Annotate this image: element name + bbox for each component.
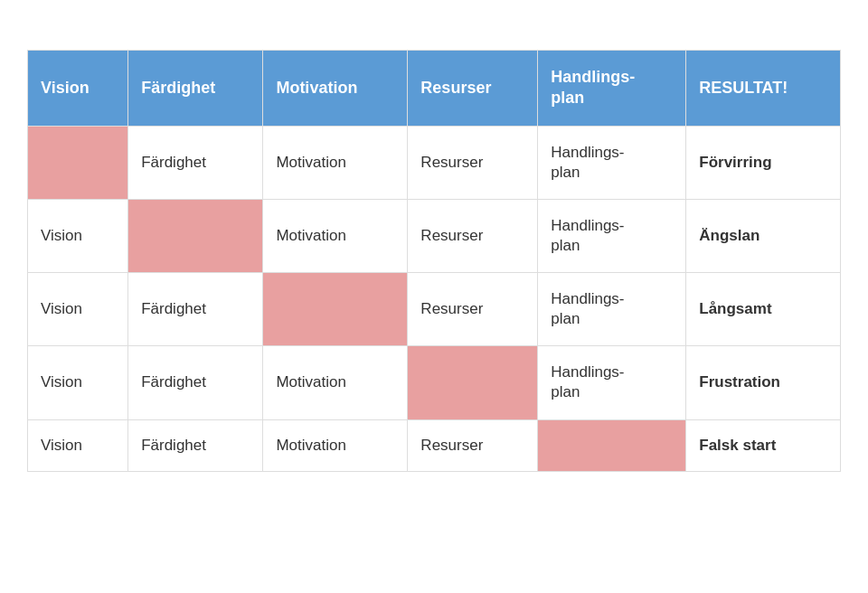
cell-fardighet [128, 199, 263, 272]
main-table: Vision Färdighet Motivation Resurser Han… [27, 50, 841, 472]
table-row: VisionMotivationResurserHandlings-planÄn… [28, 199, 841, 272]
cell-resurser: Resurser [408, 419, 538, 471]
cell-resurser [408, 346, 538, 419]
cell-vision: Vision [28, 273, 128, 346]
cell-handlingsplan: Handlings-plan [538, 346, 686, 419]
col-header-motivation: Motivation [263, 51, 408, 127]
cell-result: Ängslan [686, 199, 841, 272]
table-header-row: Vision Färdighet Motivation Resurser Han… [28, 51, 841, 127]
cell-fardighet: Färdighet [128, 126, 263, 199]
table-row: VisionFärdighetMotivationResurserFalsk s… [28, 419, 841, 471]
cell-fardighet: Färdighet [128, 419, 263, 471]
cell-result: Förvirring [686, 126, 841, 199]
cell-vision: Vision [28, 346, 128, 419]
cell-motivation: Motivation [263, 126, 408, 199]
cell-handlingsplan [538, 419, 686, 471]
col-header-resurser: Resurser [408, 51, 538, 127]
table-row: VisionFärdighetResurserHandlings-planLån… [28, 273, 841, 346]
cell-motivation: Motivation [263, 346, 408, 419]
main-title [27, 18, 841, 23]
cell-resurser: Resurser [408, 199, 538, 272]
cell-handlingsplan: Handlings-plan [538, 273, 686, 346]
header [27, 18, 841, 23]
col-header-fardighet: Färdighet [128, 51, 263, 127]
cell-vision: Vision [28, 199, 128, 272]
table-row: VisionFärdighetMotivationHandlings-planF… [28, 346, 841, 419]
cell-fardighet: Färdighet [128, 346, 263, 419]
col-header-resultat: RESULTAT! [686, 51, 841, 127]
cell-vision [28, 126, 128, 199]
cell-vision: Vision [28, 419, 128, 471]
col-header-vision: Vision [28, 51, 128, 127]
cell-handlingsplan: Handlings-plan [538, 199, 686, 272]
cell-result: Frustration [686, 346, 841, 419]
cell-motivation: Motivation [263, 419, 408, 471]
cell-resurser: Resurser [408, 126, 538, 199]
cell-fardighet: Färdighet [128, 273, 263, 346]
cell-result: Långsamt [686, 273, 841, 346]
col-header-handlingsplan: Handlings-plan [538, 51, 686, 127]
cell-result: Falsk start [686, 419, 841, 471]
cell-motivation [263, 273, 408, 346]
cell-motivation: Motivation [263, 199, 408, 272]
table-row: FärdighetMotivationResurserHandlings-pla… [28, 126, 841, 199]
cell-resurser: Resurser [408, 273, 538, 346]
cell-handlingsplan: Handlings-plan [538, 126, 686, 199]
